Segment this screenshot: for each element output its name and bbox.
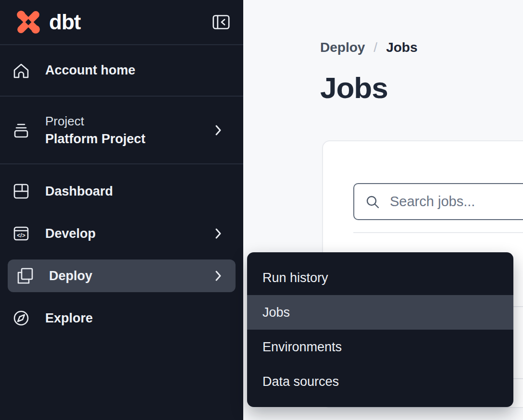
project-icon xyxy=(12,121,31,140)
dbt-wordmark: dbt xyxy=(49,10,80,34)
menu-item-data-sources[interactable]: Data sources xyxy=(247,364,513,399)
sidebar-item-project[interactable]: Project Platform Project xyxy=(0,97,243,164)
sidebar-item-dashboard[interactable]: Dashboard xyxy=(0,170,243,212)
chevron-right-icon xyxy=(214,270,222,282)
explore-icon xyxy=(12,309,31,328)
sidebar: dbt Account home Project Platf xyxy=(0,0,243,420)
sidebar-item-label: Dashboard xyxy=(45,184,113,199)
deploy-flyout-menu: Run history Jobs Environments Data sourc… xyxy=(247,252,513,407)
sidebar-item-explore[interactable]: Explore xyxy=(0,297,243,339)
sidebar-item-label: Explore xyxy=(45,311,93,326)
collapse-sidebar-icon xyxy=(212,14,230,30)
breadcrumb-current: Jobs xyxy=(386,39,417,56)
project-name: Platform Project xyxy=(45,132,146,147)
search-jobs-input[interactable] xyxy=(389,193,523,210)
sidebar-item-label: Deploy xyxy=(49,269,92,284)
breadcrumb-deploy-link[interactable]: Deploy xyxy=(320,39,365,56)
sidebar-item-develop[interactable]: </> Develop xyxy=(0,212,243,255)
project-kicker: Project xyxy=(45,114,146,129)
sidebar-item-account-home[interactable]: Account home xyxy=(0,45,243,97)
svg-text:</>: </> xyxy=(17,232,25,239)
search-box xyxy=(353,183,523,220)
sidebar-item-label: Develop xyxy=(45,226,96,241)
breadcrumb: Deploy / Jobs xyxy=(320,39,418,56)
sidebar-item-label: Account home xyxy=(45,63,136,78)
deploy-icon xyxy=(15,266,35,285)
menu-item-jobs[interactable]: Jobs xyxy=(247,295,513,330)
menu-item-run-history[interactable]: Run history xyxy=(247,260,513,295)
menu-item-environments[interactable]: Environments xyxy=(247,330,513,364)
sidebar-header: dbt xyxy=(0,0,243,45)
dashboard-icon xyxy=(12,182,31,201)
dbt-logo-icon xyxy=(13,10,43,35)
develop-icon: </> xyxy=(12,224,31,243)
chevron-right-icon xyxy=(214,124,222,136)
page-title: Jobs xyxy=(320,72,388,104)
search-icon xyxy=(365,194,380,210)
chevron-right-icon xyxy=(214,227,222,240)
breadcrumb-separator: / xyxy=(374,39,377,56)
card-divider xyxy=(353,232,523,233)
home-icon xyxy=(12,61,31,80)
collapse-sidebar-button[interactable] xyxy=(212,14,230,30)
sidebar-item-deploy[interactable]: Deploy xyxy=(8,259,236,292)
